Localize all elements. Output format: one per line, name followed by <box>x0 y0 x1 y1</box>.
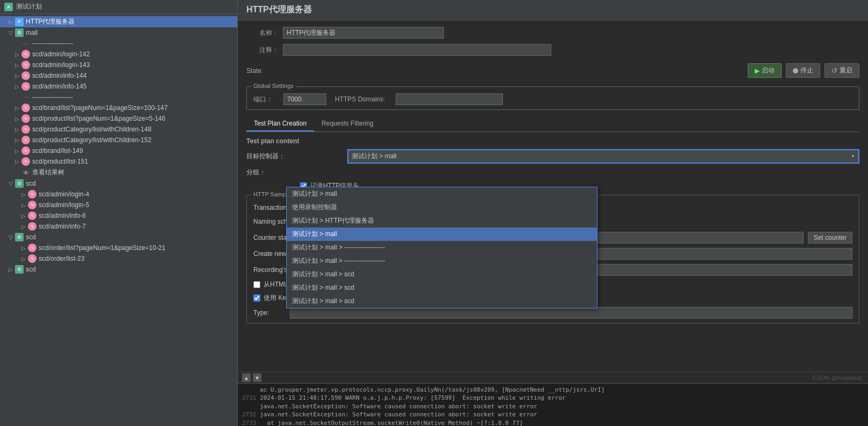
target-controller-dropdown[interactable]: 测试计划 > mall ▼ <box>347 149 859 164</box>
reset-icon: ↺ <box>831 67 837 75</box>
login-143-label: scd/admin/login-143 <box>32 61 90 69</box>
sampler-icon: ✎ <box>28 190 37 199</box>
port-input[interactable] <box>283 93 326 105</box>
tree-item-scd3[interactable]: ▷ ⚙ scd <box>0 264 237 275</box>
tree-item-category-148[interactable]: ▷ ✎ scd/productCategory/list/withChildre… <box>0 124 237 135</box>
tree-item-order-23[interactable]: ▷ ✎ scd/order/list-23 <box>0 253 237 264</box>
form-area: 名称： 注释： State ▶ 启动 停止 ↺ 重启 <box>238 20 868 372</box>
target-controller-value: 测试计划 > mall <box>352 152 851 161</box>
login-142-label: scd/admin/login-142 <box>32 50 90 58</box>
global-settings-row: 端口： HTTPS Domains: <box>253 91 852 105</box>
right-panel: HTTP代理服务器 名称： 注释： State ▶ 启动 停止 <box>238 0 868 426</box>
tree-arrow-mall: ▽ <box>9 30 15 36</box>
info-145-label: scd/admin/info-145 <box>32 83 86 90</box>
html-resources-checkbox[interactable] <box>253 281 260 288</box>
name-label: 名称： <box>246 28 279 38</box>
left-header: A 测试计划 <box>0 0 237 14</box>
type-row: Type: <box>253 307 852 319</box>
tree-item-product-146[interactable]: ▷ ✎ scd/product/list?pageNum=1&pageSize=… <box>0 113 237 124</box>
result-tree-label: 查看结果树 <box>32 168 64 177</box>
log-line-1: 2731 2024-01-15 21:48:17,590 WARN o.a.j.… <box>242 394 864 402</box>
tree-item-proxy[interactable]: ▷ P HTTP代理服务器 <box>0 16 237 27</box>
start-button[interactable]: ▶ 启动 <box>748 63 782 78</box>
scd-info-6-label: scd/admin/info-6 <box>39 212 86 219</box>
https-input[interactable] <box>396 93 503 105</box>
tree-item-category-152[interactable]: ▷ ✎ scd/productCategory/list/withChildre… <box>0 135 237 145</box>
tree-item-login-142[interactable]: ▷ ✎ scd/admin/login-142 <box>0 49 237 60</box>
brand-147-label: scd/brand/list?pageNum=1&pageSize=100-14… <box>32 104 167 112</box>
tree-item-scd-login-4[interactable]: ▷ ✎ scd/admin/login-4 <box>0 189 237 200</box>
sampler-icon: ✎ <box>21 50 30 58</box>
stop-label: 停止 <box>800 66 813 75</box>
keepalive-checkbox[interactable] <box>253 295 260 302</box>
sampler-icon: ✎ <box>28 244 37 252</box>
sampler-icon: ✎ <box>21 114 30 123</box>
tree-area[interactable]: ▷ P HTTP代理服务器 ▽ ⚙ mall — ---------------… <box>0 14 237 426</box>
set-counter-button[interactable]: Set counter <box>808 232 852 244</box>
tree-item-scd-info-6[interactable]: ▷ ✎ scd/admin/info-6 <box>0 210 237 221</box>
type-input[interactable] <box>290 307 852 319</box>
name-input[interactable] <box>283 27 444 39</box>
tree-item-result-tree[interactable]: 👁 查看结果树 <box>0 167 237 178</box>
dropdown-item-plan-mall[interactable]: 测试计划 > mall <box>287 187 597 201</box>
tree-item-brand-147[interactable]: ▷ ✎ scd/brand/list?pageNum=1&pageSize=10… <box>0 102 237 113</box>
dropdown-item-plan-http-proxy[interactable]: 测试计划 > HTTP代理服务器 <box>287 214 597 227</box>
dropdown-item-plan-mall-dash1[interactable]: 测试计划 > mall > ------------------- <box>287 241 597 254</box>
watermark: CSDN @modelmd <box>813 374 862 381</box>
tab-bar: Test Plan Creation Requests Filtering <box>246 116 859 132</box>
dropdown-item-plan-mall-dash2[interactable]: 测试计划 > mall > ------------------- <box>287 254 597 268</box>
comment-input[interactable] <box>283 44 551 56</box>
scd2-label: scd <box>26 233 36 241</box>
bottom-log[interactable]: ac U.grouper.jmeter.vp.protocols.nccp.pr… <box>238 383 868 426</box>
main-title: HTTP代理服务器 <box>246 5 312 14</box>
tree-item-dash1[interactable]: — ------------------- <box>0 38 237 49</box>
dropdown-item-plan-mall-scd2[interactable]: 测试计划 > mall > scd <box>287 281 597 295</box>
sampler-icon: ✎ <box>21 136 30 144</box>
tree-item-dash2[interactable]: — ------------------- <box>0 92 237 102</box>
target-controller-label: 目标控制器： <box>246 152 343 161</box>
dropdown-item-plan-mall-scd1[interactable]: 测试计划 > mall > scd <box>287 268 597 281</box>
comment-row: 注释： <box>246 44 859 56</box>
scd1-icon: ⚙ <box>15 179 24 188</box>
scd-info-7-label: scd/admin/info-7 <box>39 223 86 230</box>
proxy-icon: P <box>15 18 24 26</box>
tree-item-info-145[interactable]: ▷ ✎ scd/admin/info-145 <box>0 81 237 92</box>
tree-item-mall[interactable]: ▽ ⚙ mall <box>0 27 237 38</box>
tree-item-scd2[interactable]: ▽ ⚙ scd <box>0 232 237 243</box>
tree-item-scd-login-5[interactable]: ▷ ✎ scd/admin/login-5 <box>0 200 237 210</box>
tree-item-info-144[interactable]: ▷ ✎ scd/admin/info-144 <box>0 70 237 81</box>
dropdown-overlay[interactable]: 测试计划 > mall 使用录制控制器 测试计划 > HTTP代理服务器 测试计… <box>286 187 597 309</box>
global-settings-section: Global Settings 端口： HTTPS Domains: <box>246 86 859 110</box>
log-line-3: 2732 java.net.SocketException: Software … <box>242 410 864 418</box>
scd1-label: scd <box>26 180 36 187</box>
stop-button[interactable]: 停止 <box>786 63 820 78</box>
dropdown-item-plan-mall-scd3[interactable]: 测试计划 > mall > scd <box>287 295 597 308</box>
log-line-4: 2733 at java.net.SocketOutputStream.sock… <box>242 419 864 426</box>
tree-item-login-143[interactable]: ▷ ✎ scd/admin/login-143 <box>0 60 237 70</box>
plan-icon: A <box>4 3 13 11</box>
tree-item-brand-149[interactable]: ▷ ✎ scd/brand/list-149 <box>0 145 237 156</box>
reset-button[interactable]: ↺ 重启 <box>825 63 859 78</box>
play-icon: ▶ <box>755 67 760 75</box>
sampler-icon: ✎ <box>28 222 37 231</box>
tree-item-scd1[interactable]: ▽ ⚙ scd <box>0 178 237 189</box>
sampler-icon: ✎ <box>21 82 30 91</box>
dropdown-item-recording-controller[interactable]: 使用录制控制器 <box>287 201 597 214</box>
name-row: 名称： <box>246 27 859 39</box>
port-label: 端口： <box>253 95 273 104</box>
order-21-label: scd/order/list?pageNum=1&pageSize=10-21 <box>39 244 165 252</box>
tree-item-scd-info-7[interactable]: ▷ ✎ scd/admin/info-7 <box>0 221 237 232</box>
tree-item-product-151[interactable]: ▷ ✎ scd/product/list-151 <box>0 156 237 167</box>
dropdown-item-plan-mall-selected[interactable]: 测试计划 > mall <box>287 227 597 241</box>
proxy-label: HTTP代理服务器 <box>26 17 75 26</box>
reset-label: 重启 <box>840 66 852 75</box>
category-148-label: scd/productCategory/list/withChildren-14… <box>32 126 151 133</box>
tab-requests-filtering[interactable]: Requests Filtering <box>314 116 381 131</box>
tab-test-plan-creation[interactable]: Test Plan Creation <box>246 116 314 131</box>
mall-label: mall <box>26 29 38 36</box>
sampler-icon: ✎ <box>28 201 37 209</box>
log-line-0: ac U.grouper.jmeter.vp.protocols.nccp.pr… <box>242 386 864 394</box>
log-down-button[interactable]: ▼ <box>253 373 261 382</box>
tree-item-order-21[interactable]: ▷ ✎ scd/order/list?pageNum=1&pageSize=10… <box>0 243 237 253</box>
log-up-button[interactable]: ▲ <box>242 373 251 382</box>
